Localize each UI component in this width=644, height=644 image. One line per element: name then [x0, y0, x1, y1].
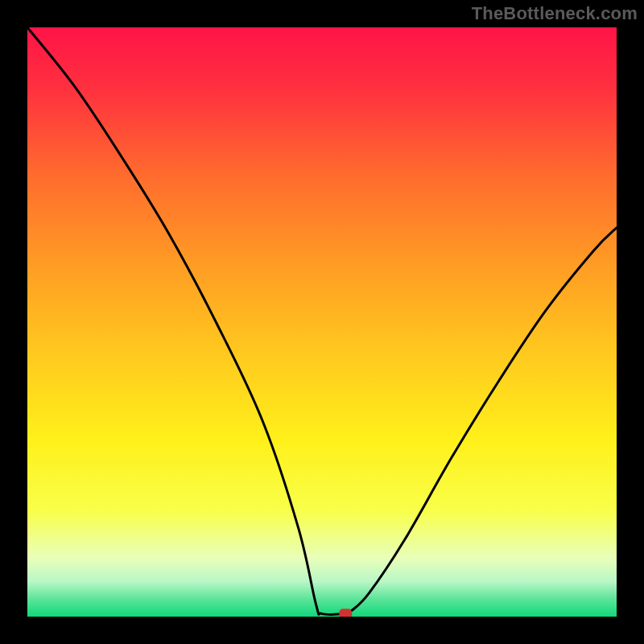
watermark-text: TheBottleneck.com — [472, 3, 638, 24]
optimal-marker — [339, 609, 352, 617]
chart-plot-area — [27, 27, 617, 617]
chart-background — [27, 27, 617, 617]
